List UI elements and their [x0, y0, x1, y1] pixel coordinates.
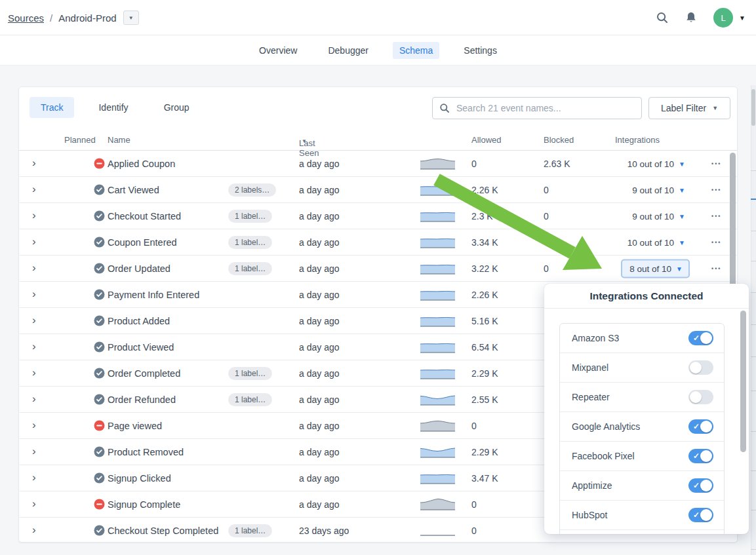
breadcrumb-sources-link[interactable]: Sources	[8, 12, 44, 24]
caret-down-icon: ▼	[679, 186, 685, 193]
allowed-count: 2.55 K	[471, 394, 498, 405]
search-icon[interactable]	[656, 11, 669, 24]
integration-toggle-off[interactable]: ✓	[688, 390, 713, 404]
expand-chevron-icon[interactable]: ›	[32, 261, 36, 275]
integration-list-item: Mixpanel ✓	[560, 353, 724, 383]
type-tab-identify[interactable]: Identify	[87, 97, 139, 118]
labels-badge[interactable]: 1 label…	[228, 262, 272, 275]
notifications-bell-icon[interactable]	[685, 11, 698, 24]
expand-chevron-icon[interactable]: ›	[32, 445, 36, 458]
type-tab-track[interactable]: Track	[30, 97, 74, 118]
integration-name: Repeater	[572, 392, 610, 402]
labels-badge[interactable]: 2 labels…	[228, 183, 276, 197]
check-icon: ✓	[693, 451, 700, 461]
expand-chevron-icon[interactable]: ›	[32, 183, 36, 196]
labels-badge[interactable]: 1 label…	[228, 367, 272, 380]
event-name[interactable]: Coupon Entered	[108, 237, 177, 248]
popup-scrollbar[interactable]	[740, 311, 746, 452]
last-seen-value: a day ago	[299, 499, 340, 510]
event-name[interactable]: Cart Viewed	[108, 185, 159, 195]
integration-toggle-off[interactable]: ✓	[688, 360, 713, 375]
event-name[interactable]: Order Updated	[108, 263, 170, 274]
row-menu-button[interactable]: •••	[711, 187, 721, 193]
topbar-actions: L ▼	[656, 0, 746, 35]
tab-settings[interactable]: Settings	[457, 42, 504, 59]
toggle-knob	[700, 421, 712, 432]
integration-toggle-on[interactable]: ✓	[688, 419, 713, 434]
expand-chevron-icon[interactable]: ›	[32, 366, 36, 379]
event-name[interactable]: Product Viewed	[108, 342, 174, 353]
event-name[interactable]: Payment Info Entered	[108, 290, 199, 300]
row-menu-button[interactable]: •••	[711, 161, 721, 167]
avatar[interactable]: L	[713, 8, 733, 28]
expand-chevron-icon[interactable]: ›	[32, 524, 36, 537]
expand-chevron-icon[interactable]: ›	[32, 288, 36, 301]
integration-toggle-on[interactable]: ✓	[688, 331, 713, 345]
integration-toggle-on[interactable]: ✓	[688, 478, 713, 493]
source-switcher-button[interactable]: ▼	[123, 10, 139, 25]
event-name[interactable]: Checkout Started	[108, 211, 181, 221]
labels-badge[interactable]: 1 label…	[228, 236, 272, 249]
event-name[interactable]: Order Completed	[108, 368, 180, 379]
edge-tick	[751, 356, 756, 357]
integrations-dropdown[interactable]: 9 out of 10 ▼	[632, 211, 685, 221]
not-planned-icon	[94, 499, 105, 512]
table-row: › Checkout Started 1 label… a day ago 2.…	[19, 203, 737, 229]
allowed-count: 0	[471, 159, 477, 169]
integration-list-item-partial	[560, 530, 724, 534]
expand-chevron-icon[interactable]: ›	[32, 419, 36, 432]
event-name[interactable]: Checkout Step Completed	[108, 526, 218, 536]
planned-icon	[94, 263, 105, 277]
allowed-count: 2.26 K	[471, 185, 498, 195]
table-row: › Coupon Entered 1 label… a day ago 3.34…	[19, 229, 737, 256]
allowed-count: 6.54 K	[471, 342, 498, 353]
expand-chevron-icon[interactable]: ›	[32, 235, 36, 248]
not-planned-icon	[94, 158, 105, 172]
integration-toggle-on[interactable]: ✓	[688, 449, 713, 463]
row-menu-button[interactable]: •••	[711, 265, 721, 272]
row-menu-button[interactable]: •••	[711, 213, 721, 220]
tab-overview[interactable]: Overview	[252, 42, 304, 59]
expand-chevron-icon[interactable]: ›	[32, 209, 36, 222]
type-tab-group[interactable]: Group	[153, 97, 201, 118]
event-name[interactable]: Signup Clicked	[108, 473, 171, 484]
labels-badge[interactable]: 1 label…	[228, 210, 272, 223]
integration-list-item: Facebook Pixel ✓	[560, 442, 724, 471]
integration-list-item: HubSpot ✓	[560, 501, 724, 530]
integration-name: Apptimize	[572, 480, 612, 491]
expand-chevron-icon[interactable]: ›	[32, 497, 36, 510]
blocked-count: 0	[544, 263, 549, 274]
integrations-dropdown[interactable]: 10 out of 10 ▼	[627, 237, 685, 247]
planned-icon	[94, 341, 105, 355]
expand-chevron-icon[interactable]: ›	[32, 314, 36, 327]
integrations-dropdown[interactable]: 8 out of 10 ▼	[621, 259, 690, 278]
user-menu[interactable]: L ▼	[713, 8, 746, 28]
event-name[interactable]: Order Refunded	[108, 394, 176, 405]
tab-schema[interactable]: Schema	[393, 42, 439, 59]
event-name[interactable]: Product Removed	[108, 447, 184, 457]
caret-down-icon: ▼	[679, 160, 685, 167]
row-menu-button[interactable]: •••	[711, 239, 721, 246]
event-name[interactable]: Page viewed	[108, 421, 162, 431]
integration-toggle-on[interactable]: ✓	[688, 508, 713, 522]
expand-chevron-icon[interactable]: ›	[32, 157, 36, 170]
expand-chevron-icon[interactable]: ›	[32, 392, 36, 406]
event-name[interactable]: Applied Coupon	[108, 159, 175, 169]
event-name[interactable]: Product Added	[108, 316, 170, 326]
integrations-dropdown[interactable]: 10 out of 10 ▼	[627, 159, 685, 168]
volume-sparkline	[420, 235, 458, 250]
volume-sparkline	[420, 419, 458, 433]
tab-debugger[interactable]: Debugger	[321, 42, 375, 59]
edge-tick	[751, 391, 756, 391]
labels-badge[interactable]: 1 label…	[228, 393, 272, 406]
expand-chevron-icon[interactable]: ›	[32, 340, 36, 353]
caret-down-icon: ▼	[129, 15, 134, 21]
integrations-count: 9 out of 10	[632, 211, 674, 221]
search-input[interactable]	[455, 102, 641, 114]
event-name[interactable]: Signup Complete	[108, 499, 180, 510]
labels-badge[interactable]: 1 label…	[228, 524, 272, 537]
expand-chevron-icon[interactable]: ›	[32, 471, 36, 484]
label-filter-button[interactable]: Label Filter ▼	[648, 97, 730, 119]
integration-name: Mixpanel	[572, 362, 608, 373]
integrations-dropdown[interactable]: 9 out of 10 ▼	[632, 185, 685, 195]
